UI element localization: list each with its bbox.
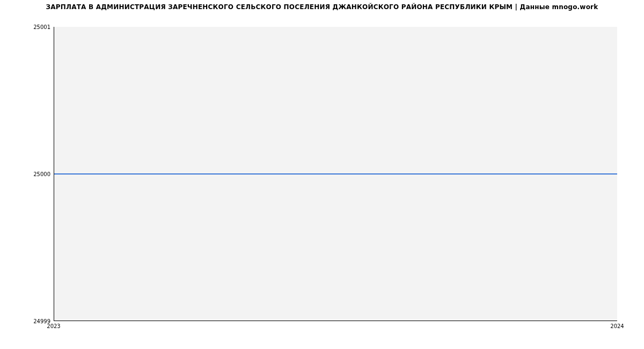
data-line xyxy=(54,173,617,174)
plot-area xyxy=(54,27,617,321)
x-tick-left: 2023 xyxy=(47,323,60,329)
chart-title: ЗАРПЛАТА В АДМИНИСТРАЦИЯ ЗАРЕЧНЕНСКОГО С… xyxy=(0,3,644,11)
y-tick-mid: 25000 xyxy=(2,171,50,177)
y-tick-bottom: 24999 xyxy=(2,318,50,324)
x-tick-right: 2024 xyxy=(610,323,624,329)
chart-container: ЗАРПЛАТА В АДМИНИСТРАЦИЯ ЗАРЕЧНЕНСКОГО С… xyxy=(0,0,644,349)
y-tick-top: 25001 xyxy=(2,24,50,30)
